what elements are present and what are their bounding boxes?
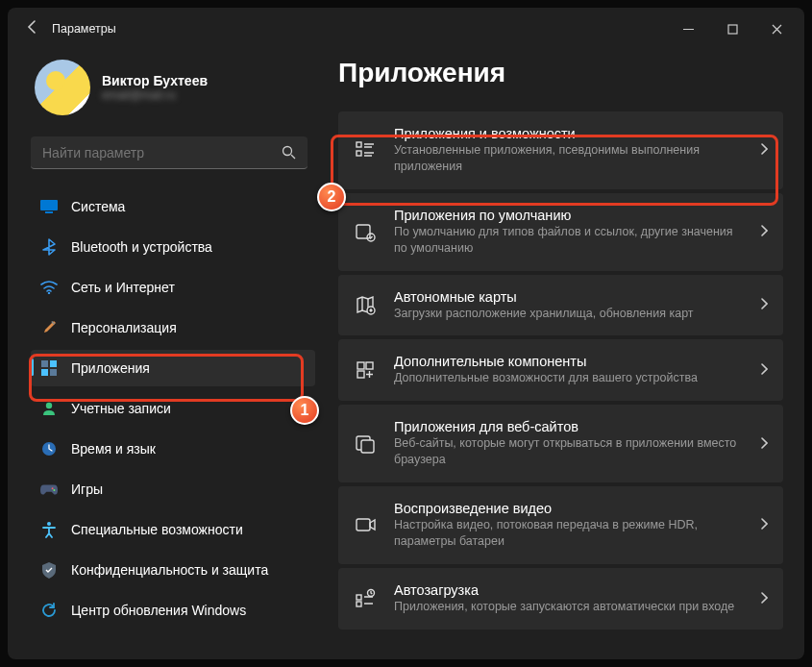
svg-rect-15 [357, 142, 361, 147]
chevron-right-icon [760, 362, 768, 378]
svg-rect-0 [728, 25, 737, 34]
annotation-badge-2: 2 [317, 183, 346, 211]
settings-cards: Приложения и возможности Установленные п… [338, 111, 789, 630]
apps-icon [40, 359, 58, 377]
sidebar-item-accounts[interactable]: Учетные записи [31, 390, 315, 427]
default-apps-icon [354, 221, 377, 242]
video-icon [354, 516, 377, 533]
startup-icon [354, 588, 377, 609]
sidebar-item-label: Система [71, 199, 125, 214]
annotation-badge-1: 1 [290, 396, 319, 425]
back-button[interactable] [13, 19, 52, 38]
svg-rect-7 [50, 360, 57, 367]
svg-rect-8 [41, 369, 48, 376]
profile-name: Виктор Бухтеев [102, 73, 208, 88]
avatar [35, 60, 90, 115]
sidebar-item-access[interactable]: Специальные возможности [31, 511, 315, 548]
accounts-icon [40, 400, 58, 417]
card-subtitle: Загрузки расположение хранилища, обновле… [394, 306, 743, 322]
card-optional[interactable]: Дополнительные компоненты Дополнительные… [338, 339, 783, 401]
card-title: Приложения для веб-сайтов [394, 419, 743, 434]
apps-features-icon [354, 139, 377, 161]
chevron-right-icon [760, 224, 768, 239]
sidebar-item-system[interactable]: Система [31, 188, 315, 225]
card-title: Автономные карты [394, 289, 743, 305]
sidebar-item-label: Центр обновления Windows [71, 603, 246, 618]
optional-icon [354, 360, 377, 380]
maximize-button[interactable] [710, 8, 754, 50]
sidebar-item-label: Специальные возможности [71, 522, 243, 537]
svg-point-13 [53, 488, 55, 490]
card-subtitle: Веб-сайты, которые могут открываться в п… [394, 435, 743, 468]
sidebar-item-privacy[interactable]: Конфиденциальность и защита [31, 552, 315, 588]
svg-rect-25 [357, 519, 370, 531]
offline-maps-icon [354, 294, 377, 315]
personalize-icon [40, 319, 58, 336]
svg-rect-22 [357, 371, 364, 378]
svg-point-1 [283, 147, 292, 156]
sidebar-item-apps[interactable]: Приложения [31, 350, 315, 386]
svg-rect-24 [361, 440, 374, 453]
svg-rect-3 [45, 211, 53, 213]
sidebar: Виктор Бухтеев email@mail.ru СистемаBlue… [31, 50, 319, 659]
sidebar-item-label: Игры [71, 482, 103, 497]
sidebar-item-label: Bluetooth и устройства [71, 239, 212, 255]
svg-point-10 [46, 403, 52, 408]
card-text: Приложения для веб-сайтов Веб-сайты, кот… [394, 419, 743, 468]
card-title: Дополнительные компоненты [394, 354, 743, 369]
card-subtitle: Настройка видео, потоковая передача в ре… [394, 517, 743, 550]
card-apps-websites[interactable]: Приложения для веб-сайтов Веб-сайты, кот… [338, 405, 783, 482]
card-title: Приложения по умолчанию [394, 208, 743, 223]
card-text: Приложения и возможности Установленные п… [394, 126, 743, 175]
search-input[interactable] [31, 136, 308, 169]
svg-rect-16 [357, 151, 361, 156]
card-startup[interactable]: Автозагрузка Приложения, которые запуска… [338, 568, 783, 630]
card-subtitle: Установленные приложения, псевдонимы вып… [394, 142, 743, 175]
card-text: Дополнительные компоненты Дополнительные… [394, 354, 743, 386]
svg-point-4 [48, 292, 50, 294]
sidebar-item-label: Приложения [71, 360, 150, 376]
card-text: Приложения по умолчанию По умолчанию для… [394, 208, 743, 257]
sidebar-item-label: Сеть и Интернет [71, 280, 175, 295]
card-text: Автозагрузка Приложения, которые запуска… [394, 582, 743, 615]
update-icon [40, 602, 58, 619]
sidebar-item-label: Учетные записи [71, 401, 171, 416]
time-icon [40, 440, 58, 457]
close-button[interactable] [754, 8, 799, 50]
sidebar-item-network[interactable]: Сеть и Интернет [31, 269, 315, 306]
card-apps-features[interactable]: Приложения и возможности Установленные п… [338, 111, 783, 189]
card-title: Воспроизведение видео [394, 501, 743, 516]
card-subtitle: Дополнительные возможности для вашего ус… [394, 370, 743, 386]
page-title: Приложения [338, 58, 789, 88]
card-title: Приложения и возможности [394, 126, 743, 141]
sidebar-item-update[interactable]: Центр обновления Windows [31, 592, 315, 629]
sidebar-item-gaming[interactable]: Игры [31, 471, 315, 507]
access-icon [40, 521, 58, 538]
profile-email: email@mail.ru [102, 88, 208, 102]
sidebar-item-time[interactable]: Время и язык [31, 431, 315, 467]
chevron-right-icon [760, 297, 768, 312]
gaming-icon [40, 481, 58, 498]
sidebar-item-personalize[interactable]: Персонализация [31, 309, 315, 346]
app-title: Параметры [52, 22, 116, 36]
sidebar-nav: СистемаBluetooth и устройстваСеть и Инте… [31, 188, 315, 629]
svg-rect-26 [357, 595, 361, 600]
profile-block[interactable]: Виктор Бухтеев email@mail.ru [35, 60, 315, 115]
network-icon [40, 279, 58, 296]
svg-rect-27 [357, 602, 361, 606]
sidebar-item-bluetooth[interactable]: Bluetooth и устройства [31, 229, 315, 265]
card-offline-maps[interactable]: Автономные карты Загрузки расположение х… [338, 275, 783, 336]
svg-rect-9 [50, 369, 57, 376]
card-text: Автономные карты Загрузки расположение х… [394, 289, 743, 322]
svg-rect-6 [41, 360, 48, 367]
search-box[interactable] [31, 136, 308, 169]
card-video[interactable]: Воспроизведение видео Настройка видео, п… [338, 486, 783, 564]
system-icon [40, 198, 58, 215]
card-text: Воспроизведение видео Настройка видео, п… [394, 501, 743, 550]
title-bar: Параметры [8, 8, 804, 50]
privacy-icon [40, 561, 58, 579]
svg-point-12 [52, 487, 54, 489]
chevron-right-icon [760, 591, 768, 606]
card-default-apps[interactable]: Приложения по умолчанию По умолчанию для… [338, 193, 783, 271]
minimize-button[interactable] [666, 8, 710, 50]
